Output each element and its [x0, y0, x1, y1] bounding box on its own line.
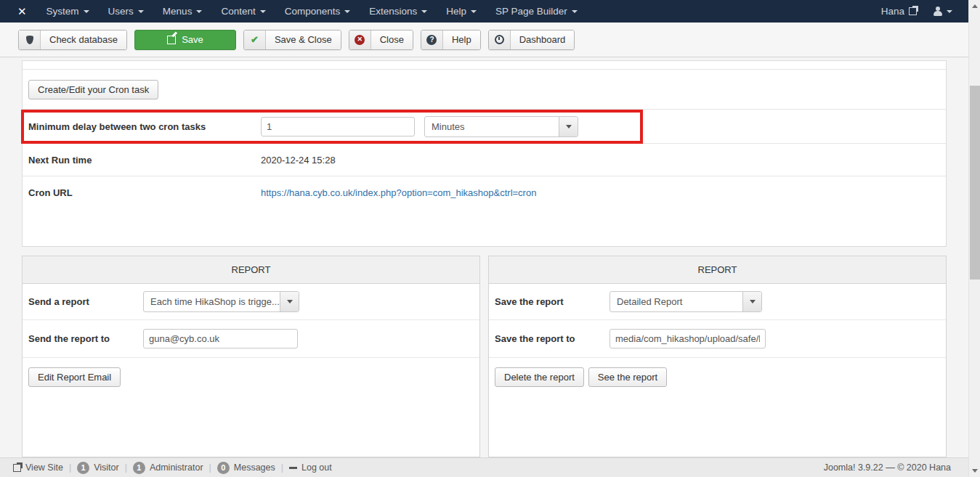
menu-menus[interactable]: Menus [153, 0, 212, 23]
site-name: Hana [881, 6, 904, 17]
send-report-to-row: Send the report to [23, 320, 479, 358]
button-label: Check database [41, 30, 126, 49]
action-toolbar: Check database Save ✔ Save & Close ✕ Clo… [0, 23, 968, 57]
create-cron-task-button[interactable]: Create/Edit your Cron task [28, 80, 158, 99]
report-save-panel: REPORT Save the report Detailed Report S… [488, 256, 947, 457]
help-button[interactable]: ? Help [421, 30, 481, 50]
menu-label: Components [285, 6, 341, 17]
main-menu: System Users Menus Content Components Ex… [37, 0, 587, 23]
send-report-to-label: Send the report to [23, 333, 143, 344]
send-report-to-input[interactable] [143, 329, 298, 348]
save-report-label: Save the report [489, 296, 610, 307]
send-report-label: Send a report [23, 296, 143, 307]
person-icon [933, 7, 943, 17]
shield-icon [19, 30, 41, 49]
delay-unit-select[interactable]: Minutes [424, 116, 578, 137]
button-label: Dashboard [511, 30, 575, 49]
external-link-icon [909, 7, 917, 15]
min-delay-label: Minimum delay between two cron tasks [23, 121, 261, 132]
chevron-down-icon [471, 10, 477, 13]
chevron-down-icon[interactable] [559, 117, 578, 136]
menu-sp-page-builder[interactable]: SP Page Builder [486, 0, 587, 23]
administrator-counter[interactable]: 1 Administrator [127, 462, 209, 474]
save-report-row: Save the report Detailed Report [489, 284, 946, 320]
save-close-button[interactable]: ✔ Save & Close [243, 30, 341, 50]
menu-label: Menus [163, 6, 193, 17]
joomla-version-text: Joomla! 3.9.22 — © 2020 Hana [824, 462, 961, 473]
logout-icon [289, 467, 297, 469]
menu-system[interactable]: System [37, 0, 99, 23]
vertical-scrollbar[interactable] [968, 0, 980, 477]
chevron-down-icon[interactable] [280, 292, 299, 311]
chevron-down-icon [572, 10, 578, 13]
menu-extensions[interactable]: Extensions [360, 0, 437, 23]
chevron-down-icon[interactable] [742, 292, 761, 311]
chevron-down-icon [84, 10, 89, 13]
save-report-to-row: Save the report to [489, 320, 946, 358]
chevron-down-icon [344, 10, 350, 13]
status-bar: View Site | 1 Visitor | 1 Administrator … [0, 457, 968, 477]
close-button[interactable]: ✕ Close [349, 30, 413, 50]
chevron-down-icon [138, 10, 144, 13]
dashboard-icon [489, 30, 511, 49]
next-run-value: 2020-12-24 15:28 [261, 155, 336, 166]
menu-label: System [46, 6, 79, 17]
save-button[interactable]: Save [134, 30, 236, 50]
scroll-down-arrow[interactable] [972, 469, 978, 473]
menu-label: SP Page Builder [495, 6, 567, 17]
menu-components[interactable]: Components [275, 0, 360, 23]
button-label: Close [371, 30, 413, 49]
menu-label: Extensions [369, 6, 417, 17]
send-report-select[interactable]: Each time HikaShop is trigge... [143, 291, 299, 312]
cron-url-label: Cron URL [23, 187, 261, 198]
report-panel-title: REPORT [23, 256, 479, 284]
menu-label: Help [446, 6, 466, 17]
administrator-label: Administrator [150, 462, 203, 473]
cron-url-link[interactable]: https://hana.cyb.co.uk/index.php?option=… [261, 187, 536, 198]
cron-settings-panel: Create/Edit your Cron task Minimum delay… [22, 60, 947, 247]
chevron-down-icon [260, 10, 266, 13]
report-panel-title: REPORT [489, 256, 946, 284]
admin-count-badge: 1 [133, 462, 145, 474]
messages-counter[interactable]: 0 Messages [211, 462, 281, 474]
menu-label: Content [221, 6, 255, 17]
cancel-icon: ✕ [349, 30, 371, 49]
save-icon [167, 36, 176, 44]
save-report-to-input[interactable] [610, 329, 766, 348]
min-delay-input[interactable] [261, 117, 415, 136]
save-report-select[interactable]: Detailed Report [610, 291, 762, 312]
menu-help[interactable]: Help [437, 0, 486, 23]
scroll-up-arrow[interactable] [972, 4, 978, 8]
see-report-button[interactable]: See the report [588, 367, 667, 387]
cron-url-row: Cron URL https://hana.cyb.co.uk/index.ph… [23, 176, 946, 209]
menu-users[interactable]: Users [99, 0, 153, 23]
logout-link[interactable]: Log out [283, 462, 338, 473]
messages-label: Messages [234, 462, 275, 473]
create-cron-row: Create/Edit your Cron task [23, 70, 946, 110]
menu-label: Users [108, 6, 134, 17]
min-delay-row: Minimum delay between two cron tasks Min… [23, 110, 946, 144]
scrollbar-thumb[interactable] [970, 86, 980, 280]
site-preview-link[interactable]: Hana [878, 0, 920, 23]
delay-unit-value: Minutes [425, 117, 559, 136]
view-site-link[interactable]: View Site [7, 462, 69, 473]
edit-report-email-button[interactable]: Edit Report Email [28, 367, 121, 387]
check-icon: ✔ [244, 30, 266, 49]
visitor-count-badge: 1 [77, 462, 89, 474]
next-run-row: Next Run time 2020-12-24 15:28 [23, 144, 946, 176]
chevron-down-icon [421, 10, 427, 13]
menu-content[interactable]: Content [211, 0, 275, 23]
chevron-down-icon [947, 10, 952, 13]
delete-report-button[interactable]: Delete the report [495, 367, 584, 387]
visitor-counter[interactable]: 1 Visitor [71, 462, 125, 474]
report-left-buttons: Edit Report Email [23, 358, 479, 387]
check-database-button[interactable]: Check database [18, 30, 127, 50]
report-right-buttons: Delete the report See the report [489, 358, 946, 387]
button-label: Save & Close [266, 30, 341, 49]
next-run-label: Next Run time [23, 155, 261, 166]
logout-label: Log out [301, 462, 332, 473]
dashboard-button[interactable]: Dashboard [488, 30, 575, 50]
send-report-value: Each time HikaShop is trigge... [144, 292, 280, 311]
user-menu[interactable] [930, 0, 955, 23]
help-icon: ? [421, 30, 443, 49]
